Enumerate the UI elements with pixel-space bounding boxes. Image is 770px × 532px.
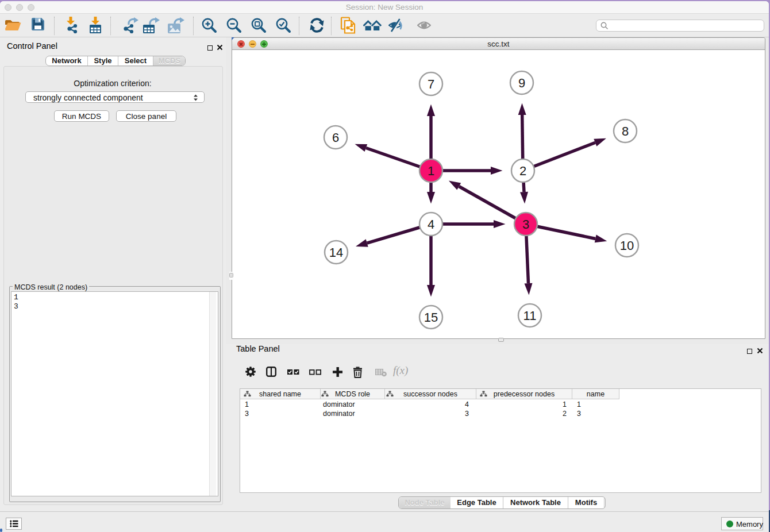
- svg-text:6: 6: [332, 130, 339, 145]
- svg-text:3: 3: [522, 217, 529, 232]
- svg-text:11: 11: [523, 309, 537, 323]
- svg-text:15: 15: [424, 310, 438, 325]
- svg-text:2: 2: [519, 164, 526, 178]
- svg-text:9: 9: [518, 76, 525, 90]
- svg-text:7: 7: [428, 77, 434, 91]
- svg-text:10: 10: [620, 238, 634, 253]
- svg-text:4: 4: [428, 217, 434, 232]
- svg-text:8: 8: [622, 124, 629, 138]
- svg-text:14: 14: [329, 245, 343, 260]
- svg-text:1: 1: [428, 164, 434, 178]
